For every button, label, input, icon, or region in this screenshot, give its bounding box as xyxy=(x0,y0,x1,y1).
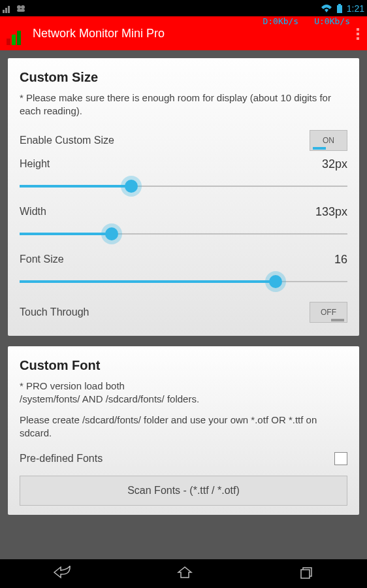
svg-rect-6 xyxy=(338,4,341,5)
height-row: Height 32px xyxy=(20,155,347,203)
recents-button[interactable] xyxy=(298,566,314,581)
touch-through-label: Touch Through xyxy=(20,306,89,318)
battery-icon xyxy=(336,4,343,13)
clock: 1:21 xyxy=(347,3,364,14)
app-icon: PRO xyxy=(4,22,27,45)
speed-indicators: D:0Kb/s U:0Kb/s xyxy=(263,16,350,26)
height-label: Height xyxy=(20,158,50,170)
scan-fonts-button[interactable]: Scan Fonts - (*.ttf / *.otf) xyxy=(20,476,347,506)
svg-rect-5 xyxy=(17,9,25,12)
svg-rect-10 xyxy=(17,31,21,45)
app-title: Network Monitor Mini Pro xyxy=(33,27,363,41)
width-row: Width 133px xyxy=(20,203,347,250)
width-value: 133px xyxy=(315,205,347,219)
custom-size-card: Custom Size * Please make sure there is … xyxy=(8,58,359,336)
svg-rect-1 xyxy=(5,8,7,13)
predefined-fonts-label: Pre-defined Fonts xyxy=(20,453,103,465)
android-notif-icon xyxy=(16,4,26,13)
custom-font-title: Custom Font xyxy=(20,358,347,373)
enable-custom-size-label: Enable Custom Size xyxy=(20,135,114,146)
font-size-slider[interactable] xyxy=(20,272,347,291)
svg-point-3 xyxy=(17,5,21,9)
action-bar: PRO Network Monitor Mini Pro D:0Kb/s U:0… xyxy=(0,16,367,50)
predefined-fonts-row[interactable]: Pre-defined Fonts xyxy=(20,448,347,469)
font-size-value: 16 xyxy=(334,253,347,267)
custom-font-card: Custom Font * PRO version load both /sys… xyxy=(8,346,359,515)
back-button[interactable] xyxy=(53,566,71,581)
custom-size-title: Custom Size xyxy=(20,70,347,85)
download-rate: D:0Kb/s xyxy=(263,16,298,26)
svg-rect-9 xyxy=(12,35,16,45)
custom-font-instruction: Please create /sdcard/fonts/ folder and … xyxy=(20,414,347,440)
touch-through-toggle[interactable]: OFF xyxy=(310,302,347,323)
predefined-fonts-checkbox[interactable] xyxy=(334,452,347,465)
navigation-bar xyxy=(0,559,367,588)
enable-custom-size-row: Enable Custom Size ON xyxy=(20,126,347,155)
svg-rect-12 xyxy=(301,570,310,578)
upload-rate: U:0Kb/s xyxy=(314,16,350,26)
status-notifications xyxy=(3,4,26,13)
home-button[interactable] xyxy=(177,566,193,581)
content-area: Custom Size * Please make sure there is … xyxy=(0,50,367,559)
svg-rect-7 xyxy=(337,5,342,13)
font-size-row: Font Size 16 xyxy=(20,250,347,298)
svg-rect-2 xyxy=(8,6,10,13)
pro-badge: PRO xyxy=(3,20,14,26)
width-slider[interactable] xyxy=(20,224,347,244)
custom-font-note: * PRO version load both /system/fonts/ A… xyxy=(20,380,347,406)
status-bar: 1:21 xyxy=(0,0,367,16)
svg-rect-0 xyxy=(3,10,5,13)
touch-through-row: Touch Through OFF xyxy=(20,298,347,327)
height-value: 32px xyxy=(322,157,347,171)
overflow-menu-button[interactable] xyxy=(353,25,363,42)
svg-point-4 xyxy=(21,5,25,9)
signal-bars-icon xyxy=(3,4,12,13)
custom-size-note: * Please make sure there is enough room … xyxy=(20,91,347,118)
svg-rect-8 xyxy=(7,39,10,45)
height-slider[interactable] xyxy=(20,176,347,196)
font-size-label: Font Size xyxy=(20,253,64,265)
enable-custom-size-toggle[interactable]: ON xyxy=(310,130,347,151)
status-system: 1:21 xyxy=(321,3,364,14)
wifi-icon xyxy=(321,4,332,13)
width-label: Width xyxy=(20,206,46,218)
